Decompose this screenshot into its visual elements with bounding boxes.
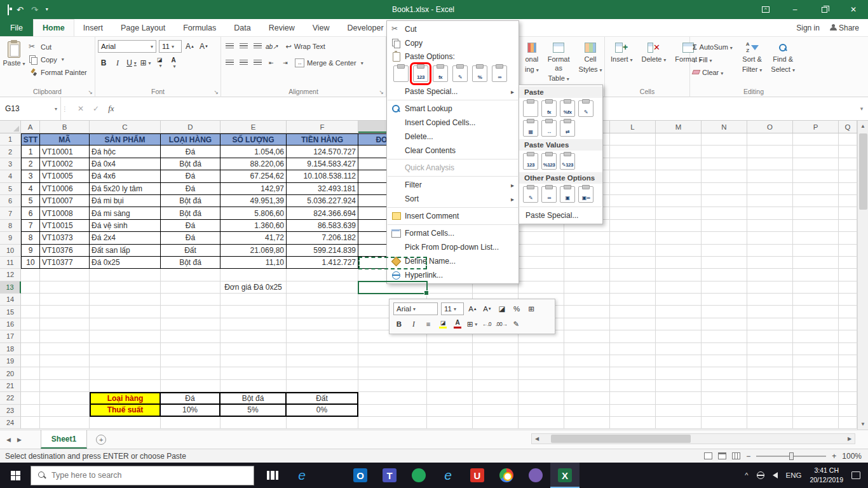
cell-F17[interactable] bbox=[287, 330, 358, 342]
paste-values-number-formatting-icon[interactable]: % bbox=[472, 65, 487, 82]
page-layout-view-icon[interactable] bbox=[718, 452, 726, 459]
font-color-button[interactable]: A bbox=[168, 57, 179, 69]
taskbar-red-app-icon[interactable]: U bbox=[463, 463, 492, 488]
cell-E21[interactable] bbox=[220, 380, 287, 392]
cell-B21[interactable] bbox=[40, 380, 90, 392]
cell-F10[interactable]: 599.214.839 bbox=[287, 245, 358, 257]
row-header-22[interactable]: 22 bbox=[0, 392, 21, 404]
mini-font-color-button[interactable]: A bbox=[452, 318, 463, 330]
cell-M11[interactable] bbox=[656, 257, 702, 269]
cell-F3[interactable]: 9.154.583.427 bbox=[287, 158, 358, 170]
cell-F24[interactable] bbox=[287, 417, 358, 429]
cell-F15[interactable] bbox=[287, 306, 358, 318]
cell-M3[interactable] bbox=[656, 158, 702, 170]
cell-E16[interactable] bbox=[220, 318, 287, 330]
cell-I21[interactable] bbox=[473, 380, 519, 392]
cell-G23[interactable] bbox=[358, 405, 427, 417]
row-header-11[interactable]: 11 bbox=[0, 257, 21, 269]
zoom-level[interactable]: 100% bbox=[842, 452, 862, 461]
cell-A9[interactable]: 8 bbox=[21, 232, 40, 244]
horizontal-scroll-thumb[interactable] bbox=[551, 435, 691, 443]
tab-page-layout[interactable]: Page Layout bbox=[112, 19, 174, 36]
cell-Q16[interactable] bbox=[839, 318, 857, 330]
cell-K22[interactable] bbox=[564, 392, 610, 404]
cell-N17[interactable] bbox=[702, 330, 747, 342]
row-header-12[interactable]: 12 bbox=[0, 269, 21, 281]
cell-P24[interactable] bbox=[793, 417, 839, 429]
cell-A17[interactable] bbox=[21, 330, 40, 342]
mini-font-name-combo[interactable]: Arial bbox=[393, 302, 438, 315]
cell-O4[interactable] bbox=[747, 170, 793, 182]
cell-E6[interactable]: 49.951,39 bbox=[220, 195, 287, 207]
paste-formatting-icon[interactable]: ✎ bbox=[452, 65, 468, 82]
alignment-dialog-launcher[interactable]: ↘ bbox=[379, 89, 384, 95]
cell-O19[interactable] bbox=[747, 355, 793, 367]
align-bottom-icon[interactable] bbox=[252, 41, 263, 52]
cell-Q1[interactable] bbox=[839, 133, 857, 146]
column-header-F[interactable]: F bbox=[287, 121, 358, 133]
cell-F16[interactable] bbox=[287, 318, 358, 330]
cell-Q3[interactable] bbox=[839, 158, 857, 170]
cell-P7[interactable] bbox=[793, 207, 839, 219]
row-header-17[interactable]: 17 bbox=[0, 330, 21, 342]
name-box[interactable]: G13▾ bbox=[0, 97, 61, 120]
cell-E17[interactable] bbox=[220, 330, 287, 342]
cell-P1[interactable] bbox=[793, 133, 839, 146]
cell-M2[interactable] bbox=[656, 146, 702, 158]
cell-K11[interactable] bbox=[564, 257, 610, 269]
fill-button[interactable]: ↓Fill bbox=[693, 53, 733, 65]
cell-L11[interactable] bbox=[610, 257, 656, 269]
cell-P21[interactable] bbox=[793, 380, 839, 392]
cell-E5[interactable]: 142,97 bbox=[220, 183, 287, 195]
zoom-out-icon[interactable]: − bbox=[746, 452, 750, 461]
fill-color-button[interactable]: ◪ bbox=[154, 57, 165, 69]
cell-F5[interactable]: 32.493.181 bbox=[287, 183, 358, 195]
cell-M23[interactable] bbox=[656, 405, 702, 417]
cell-C13[interactable] bbox=[90, 281, 161, 294]
cell-I19[interactable] bbox=[473, 355, 519, 367]
cell-K18[interactable] bbox=[564, 343, 610, 355]
cell-L22[interactable] bbox=[610, 392, 656, 404]
vertical-scroll-thumb[interactable] bbox=[859, 133, 867, 210]
tab-review[interactable]: Review bbox=[260, 19, 304, 36]
cell-L8[interactable] bbox=[610, 220, 656, 232]
cell-B23[interactable] bbox=[40, 405, 90, 417]
cell-K10[interactable] bbox=[564, 245, 610, 257]
cell-B24[interactable] bbox=[40, 417, 90, 429]
cell-P4[interactable] bbox=[793, 170, 839, 182]
action-center-icon[interactable] bbox=[851, 471, 860, 479]
cancel-icon[interactable]: ✕ bbox=[78, 104, 84, 113]
taskbar-outlook-icon[interactable]: O bbox=[346, 463, 375, 488]
cell-D9[interactable]: Đá bbox=[161, 232, 220, 244]
cell-L20[interactable] bbox=[610, 367, 656, 379]
cell-A8[interactable]: 7 bbox=[21, 220, 40, 232]
taskbar-green-app-icon[interactable] bbox=[404, 463, 433, 488]
cell-E1[interactable]: SỐ LƯỢNG bbox=[220, 133, 287, 146]
cell-F4[interactable]: 10.108.538.112 bbox=[287, 170, 358, 182]
close-button[interactable]: ✕ bbox=[839, 0, 868, 19]
paste-values-icon[interactable]: 123 bbox=[413, 65, 428, 82]
menu-item-smart-lookup[interactable]: Smart Lookup bbox=[387, 102, 519, 116]
cell-B6[interactable]: VT10007 bbox=[40, 195, 90, 207]
cell-N11[interactable] bbox=[702, 257, 747, 269]
cell-N22[interactable] bbox=[702, 392, 747, 404]
taskbar-search[interactable] bbox=[31, 466, 254, 485]
cell-F9[interactable]: 7.206.182 bbox=[287, 232, 358, 244]
cell-F1[interactable]: TIỀN HÀNG bbox=[287, 133, 358, 146]
select-all-corner[interactable] bbox=[0, 121, 21, 133]
cell-I22[interactable] bbox=[473, 392, 519, 404]
cell-K16[interactable] bbox=[564, 318, 610, 330]
format-painter-button[interactable]: Format Painter bbox=[28, 67, 87, 78]
taskbar-ie-icon[interactable]: e bbox=[433, 463, 463, 488]
cell-F21[interactable] bbox=[287, 380, 358, 392]
cell-Q21[interactable] bbox=[839, 380, 857, 392]
cell-A2[interactable]: 1 bbox=[21, 146, 40, 158]
cell-O15[interactable] bbox=[747, 306, 793, 318]
row-header-18[interactable]: 18 bbox=[0, 343, 21, 355]
cell-C4[interactable]: Đá 4x6 bbox=[90, 170, 161, 182]
row-header-20[interactable]: 20 bbox=[0, 367, 21, 379]
cell-A24[interactable] bbox=[21, 417, 40, 429]
conditional-formatting-button[interactable]: onaling bbox=[522, 39, 542, 85]
cell-I18[interactable] bbox=[473, 343, 519, 355]
cell-E19[interactable] bbox=[220, 355, 287, 367]
